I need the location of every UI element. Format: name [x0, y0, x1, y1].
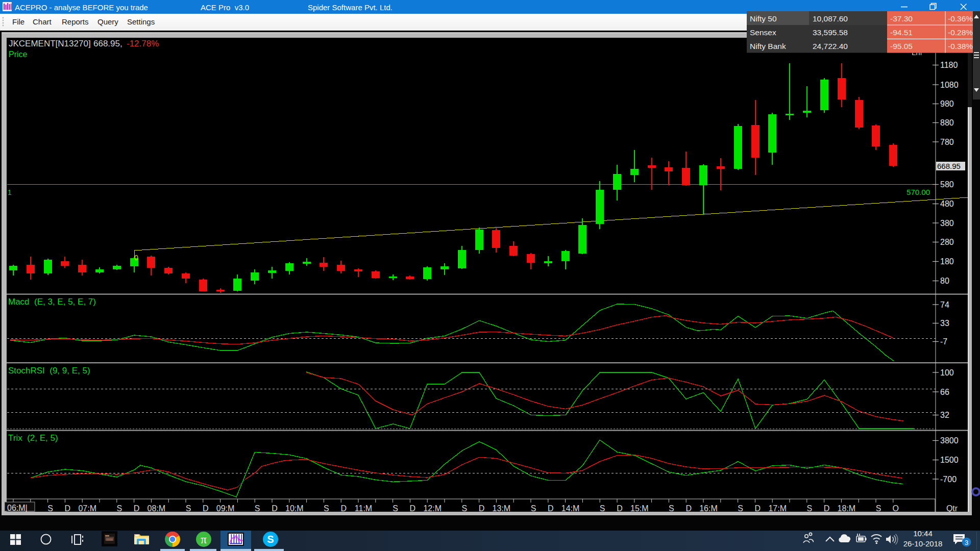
svg-text:380: 380: [940, 219, 954, 228]
svg-text:S: S: [324, 504, 329, 513]
svg-text:D: D: [755, 504, 761, 513]
svg-text:09:M: 09:M: [216, 504, 235, 513]
svg-text:StochRSI (9, 9, E, 5): StochRSI (9, 9, E, 5): [8, 366, 90, 375]
svg-text:S: S: [47, 504, 53, 513]
svg-text:0: 0: [134, 254, 138, 262]
svg-text:S: S: [461, 504, 467, 513]
svg-text:S: S: [669, 504, 674, 513]
svg-text:668.95: 668.95: [937, 162, 961, 170]
svg-text:D: D: [134, 504, 140, 513]
svg-text:74: 74: [940, 300, 949, 309]
svg-text:15:M: 15:M: [630, 504, 649, 513]
svg-text:12:M: 12:M: [423, 504, 442, 513]
svg-text:Nifty 50: Nifty 50: [750, 14, 777, 23]
svg-text:100: 100: [940, 368, 954, 377]
svg-text:Macd (E, 3, E, 5, E, 7): Macd (E, 3, E, 5, E, 7): [8, 297, 96, 307]
svg-text:S: S: [876, 504, 881, 513]
svg-text:-94.51: -94.51: [890, 28, 913, 37]
svg-text:-0.36%: -0.36%: [948, 14, 973, 23]
svg-text:3: 3: [965, 539, 968, 546]
svg-text:16:M: 16:M: [699, 504, 718, 513]
svg-text:D: D: [203, 504, 209, 513]
svg-text:D: D: [617, 504, 623, 513]
svg-text:-0.38%: -0.38%: [948, 42, 973, 51]
svg-text:07:M: 07:M: [78, 504, 96, 513]
svg-text:480: 480: [940, 199, 954, 208]
svg-text:33: 33: [940, 319, 949, 328]
svg-text:13:M: 13:M: [493, 504, 511, 513]
svg-text:π: π: [201, 533, 207, 546]
svg-text:570.00: 570.00: [906, 188, 930, 196]
svg-text:780: 780: [940, 138, 954, 146]
svg-text:08:M: 08:M: [148, 504, 166, 513]
svg-text:Qtr: Qtr: [946, 504, 958, 513]
svg-text:14:M: 14:M: [561, 504, 580, 513]
svg-text:D: D: [272, 504, 278, 513]
svg-text:580: 580: [940, 180, 954, 189]
svg-text:Trix (2, E, 5): Trix (2, E, 5): [8, 433, 58, 443]
svg-text:S: S: [393, 504, 398, 513]
svg-text:D: D: [685, 504, 692, 513]
svg-text:-700: -700: [940, 475, 957, 484]
svg-text:1: 1: [8, 188, 12, 196]
svg-text:D: D: [410, 504, 416, 513]
svg-text:1500: 1500: [940, 456, 959, 464]
svg-text:280: 280: [940, 238, 954, 246]
svg-text:3800: 3800: [940, 436, 959, 445]
svg-text:880: 880: [940, 118, 954, 127]
svg-text:66: 66: [940, 388, 949, 396]
svg-text:Nifty Bank: Nifty Bank: [750, 42, 786, 51]
svg-text:33,595.58: 33,595.58: [813, 28, 848, 37]
svg-text:06:M|: 06:M|: [7, 504, 28, 512]
svg-text:S: S: [531, 504, 536, 513]
svg-text:24,722.40: 24,722.40: [813, 42, 848, 51]
svg-text:180: 180: [940, 257, 954, 266]
svg-text:D: D: [824, 504, 830, 513]
svg-text:S: S: [267, 534, 274, 545]
svg-text:10:44: 10:44: [913, 529, 933, 538]
svg-text:D: D: [548, 504, 554, 513]
svg-text:10,087.60: 10,087.60: [813, 14, 848, 23]
svg-text:S: S: [600, 504, 605, 513]
svg-text:S: S: [806, 504, 812, 513]
svg-text:80: 80: [940, 277, 949, 285]
svg-text:S: S: [255, 504, 260, 513]
svg-text:S: S: [186, 504, 191, 513]
svg-text:S: S: [116, 504, 122, 513]
svg-text:D: D: [340, 504, 347, 513]
svg-text:S: S: [738, 504, 743, 513]
svg-text:Sensex: Sensex: [750, 28, 776, 37]
svg-text:10:M: 10:M: [285, 504, 304, 513]
svg-text:-0.28%: -0.28%: [948, 28, 973, 37]
svg-text:17:M: 17:M: [768, 504, 787, 513]
svg-text:-95.05: -95.05: [890, 42, 913, 51]
svg-text:18:M: 18:M: [838, 504, 856, 513]
svg-text:-37.30: -37.30: [890, 14, 913, 23]
svg-text:D: D: [479, 504, 485, 513]
svg-text:D: D: [65, 504, 71, 513]
svg-text:32: 32: [940, 411, 949, 419]
svg-text:11:M: 11:M: [355, 504, 372, 513]
svg-text:26-10-2018: 26-10-2018: [903, 539, 943, 548]
svg-text:O: O: [893, 504, 899, 513]
svg-text:-7: -7: [940, 337, 947, 346]
